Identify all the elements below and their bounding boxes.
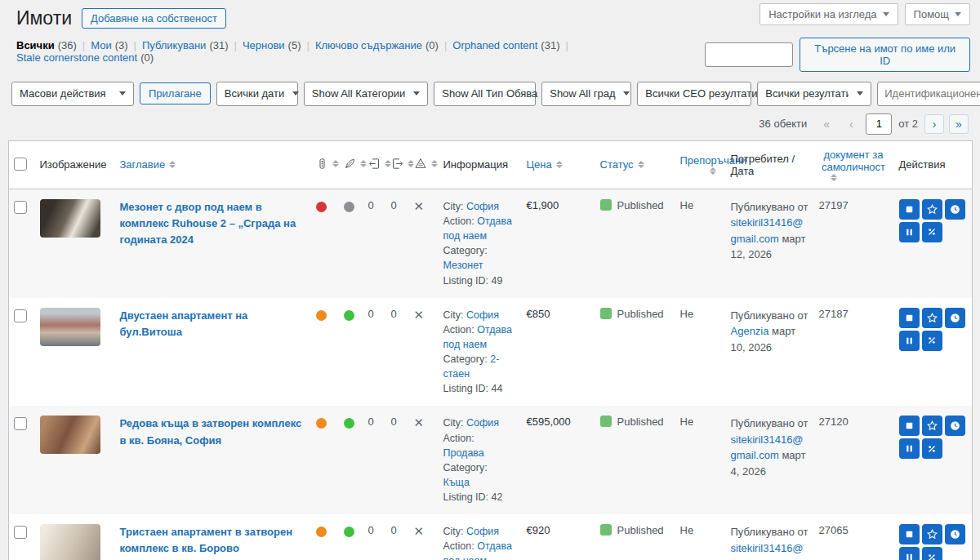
action-pause-button[interactable]: [899, 547, 920, 560]
screen-options-button[interactable]: Настройки на изгледа: [760, 3, 898, 25]
status-indicator: [600, 308, 612, 319]
outgoing-links-count: 0: [386, 514, 409, 560]
next-page-button[interactable]: ›: [924, 114, 944, 134]
action-clock-button[interactable]: [945, 416, 965, 436]
view-count: (31): [209, 39, 228, 51]
action-star-button[interactable]: [922, 524, 942, 544]
stop-icon: [904, 529, 915, 540]
current-page-input[interactable]: [866, 113, 892, 135]
last-page-button[interactable]: »: [949, 114, 969, 134]
column-header-outgoing-links[interactable]: [391, 158, 414, 170]
row-checkbox[interactable]: [14, 201, 27, 214]
action-percent-button[interactable]: [922, 438, 942, 459]
action-percent-button[interactable]: [922, 222, 942, 242]
help-button[interactable]: Помощ: [905, 3, 970, 25]
column-header-info: Информация: [439, 140, 522, 189]
search-input[interactable]: [705, 42, 793, 67]
action-percent-button[interactable]: [922, 331, 942, 351]
sort-arrows-icon: [710, 167, 716, 175]
property-title-link[interactable]: Мезонет с двор под наем в комплекс Ruhou…: [120, 199, 306, 248]
column-header-seo-score[interactable]: [316, 158, 339, 170]
listing-type-select[interactable]: Show All Тип Обява: [434, 82, 536, 106]
view-count: (0): [140, 51, 154, 64]
stop-icon: [904, 313, 915, 323]
column-header-title[interactable]: Заглавие: [120, 158, 176, 171]
column-header-price[interactable]: Цена: [527, 158, 563, 171]
categories-select[interactable]: Show All Категории: [304, 82, 428, 106]
user-link[interactable]: Agenzia: [731, 325, 769, 337]
clock-icon: [949, 312, 961, 324]
cornerstone-mark: ✕: [409, 298, 439, 407]
column-header-cornerstone[interactable]: [414, 157, 438, 170]
column-header-incoming-links[interactable]: [368, 158, 391, 170]
action-link[interactable]: Продава: [443, 447, 484, 459]
status-label: Published: [617, 524, 664, 536]
row-checkbox[interactable]: [14, 526, 27, 539]
column-header-doc-id[interactable]: документ за самоличност: [819, 149, 889, 181]
incoming-links-count: 0: [363, 189, 386, 297]
city-link[interactable]: София: [466, 309, 499, 321]
listing-id-input[interactable]: [877, 82, 980, 106]
action-pause-button[interactable]: [899, 438, 920, 459]
property-thumbnail[interactable]: [40, 524, 100, 560]
info-action: Action: Отдава под наем: [443, 322, 517, 352]
bulk-actions-select[interactable]: Масови действия: [11, 82, 134, 106]
view-link[interactable]: Всички: [16, 39, 55, 51]
row-actions: [899, 524, 968, 560]
star-icon: [926, 312, 938, 324]
view-link[interactable]: Ключово съдържание: [315, 39, 422, 51]
property-title-link[interactable]: Редова къща в затворен комплекс в кв. Бо…: [120, 416, 306, 448]
dates-label: Всички дати: [225, 87, 285, 100]
view-link[interactable]: Чернови: [243, 39, 285, 51]
action-clock-button[interactable]: [945, 524, 965, 544]
category-link[interactable]: Къща: [443, 477, 470, 488]
action-clock-button[interactable]: [945, 308, 965, 328]
category-link[interactable]: Мезонет: [443, 260, 483, 271]
sort-arrows-icon: [169, 161, 176, 168]
city-link[interactable]: София: [466, 526, 499, 537]
column-header-readability[interactable]: [344, 158, 367, 170]
user-link[interactable]: sitekiril31416@gmail.com: [731, 542, 804, 560]
dates-select[interactable]: Всички дати: [216, 82, 298, 106]
view-link[interactable]: Orphaned content: [452, 39, 537, 51]
status-label: Published: [617, 199, 664, 211]
city-select[interactable]: Show All град: [541, 82, 631, 106]
row-checkbox[interactable]: [14, 417, 27, 430]
clock-icon: [949, 420, 961, 432]
seo-scores-select[interactable]: Всички СЕО резултати: [637, 82, 751, 106]
search-button[interactable]: Търсене на имот по име или ID: [800, 38, 970, 72]
action-pause-button[interactable]: [899, 222, 920, 242]
action-percent-button[interactable]: [922, 547, 942, 560]
property-thumbnail[interactable]: [40, 199, 100, 238]
property-title-link[interactable]: Тристаен апартамент в затворен комплекс …: [120, 524, 306, 557]
action-stop-button[interactable]: [899, 524, 920, 544]
readability-scores-select[interactable]: Всички резултати за четл: [757, 82, 871, 106]
row-checkbox[interactable]: [14, 309, 27, 322]
action-pause-button[interactable]: [899, 331, 920, 351]
action-clock-button[interactable]: [945, 199, 965, 220]
property-thumbnail[interactable]: [40, 416, 100, 454]
chevron-down-icon: [413, 91, 420, 96]
city-link[interactable]: София: [466, 417, 499, 429]
action-star-button[interactable]: [922, 308, 942, 328]
property-title-link[interactable]: Двустаен апартамент на бул.Витоша: [120, 308, 306, 340]
apply-button[interactable]: Прилагане: [140, 82, 211, 104]
row-actions: [899, 416, 968, 459]
view-link[interactable]: Мои: [91, 39, 111, 51]
city-label: Show All град: [550, 87, 615, 100]
sort-arrows-icon: [385, 160, 391, 167]
select-all-checkbox[interactable]: [14, 158, 27, 171]
city-link[interactable]: София: [466, 201, 499, 212]
action-stop-button[interactable]: [899, 199, 920, 220]
action-star-button[interactable]: [922, 199, 942, 220]
add-property-button[interactable]: Добавяне на собственост: [82, 8, 226, 29]
column-header-status[interactable]: Статус: [600, 158, 644, 171]
view-link[interactable]: Публикувани: [142, 39, 206, 51]
property-thumbnail[interactable]: [40, 308, 100, 346]
action-stop-button[interactable]: [899, 308, 920, 328]
view-link[interactable]: Stale cornerstone content: [16, 51, 137, 64]
action-stop-button[interactable]: [899, 416, 920, 436]
outgoing-links-count: 0: [386, 189, 409, 297]
action-star-button[interactable]: [922, 416, 942, 436]
seo-score-dot: [316, 202, 327, 212]
